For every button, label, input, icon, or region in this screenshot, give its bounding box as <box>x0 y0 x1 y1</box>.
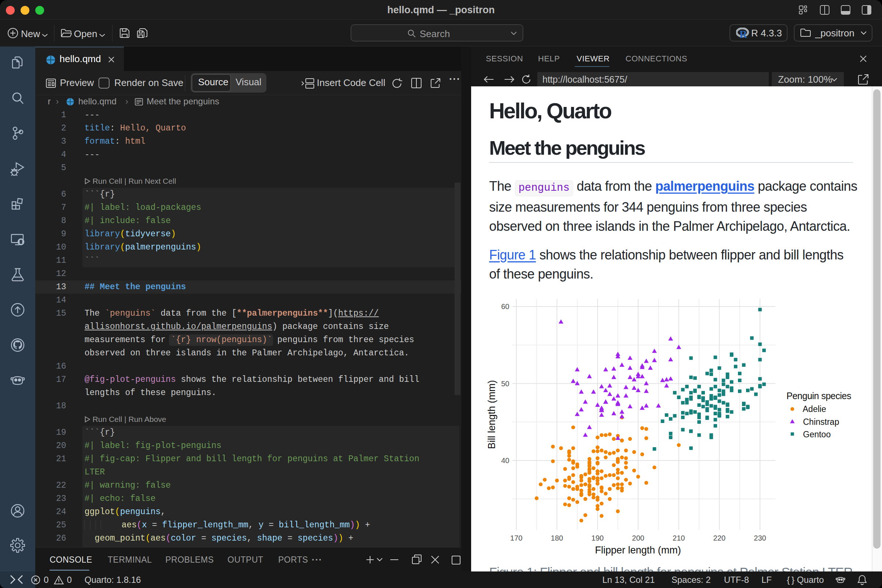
svg-text:170: 170 <box>510 534 522 542</box>
svg-text:Adelie: Adelie <box>802 404 826 414</box>
svg-text:50: 50 <box>501 380 509 388</box>
svg-text:Gentoo: Gentoo <box>803 430 831 439</box>
svg-text:R: R <box>740 28 747 39</box>
svg-text:190: 190 <box>591 534 603 542</box>
svg-text:Penguin species: Penguin species <box>786 391 851 401</box>
svg-text:180: 180 <box>551 534 563 542</box>
svg-text:Bill length (mm): Bill length (mm) <box>486 380 497 449</box>
svg-text:220: 220 <box>713 534 726 542</box>
svg-text:40: 40 <box>501 456 509 465</box>
svg-text:Flipper length (mm): Flipper length (mm) <box>595 544 681 556</box>
svg-text:200: 200 <box>632 534 644 542</box>
svg-text:60: 60 <box>501 303 509 310</box>
svg-text:Chinstrap: Chinstrap <box>803 417 839 427</box>
svg-text:230: 230 <box>754 534 766 542</box>
svg-text:210: 210 <box>672 534 685 542</box>
